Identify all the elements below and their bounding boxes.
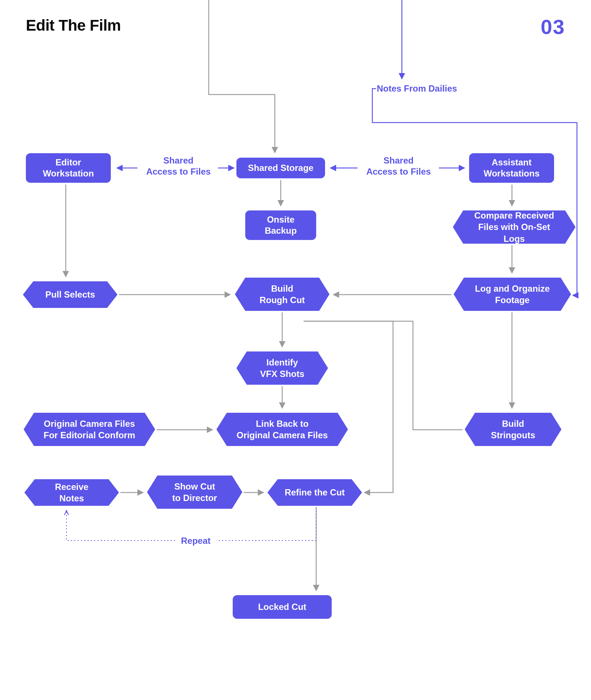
- node-receive-notes: Receive Notes: [24, 479, 119, 506]
- node-locked-cut: Locked Cut: [233, 595, 332, 619]
- node-original-camera-files: Original Camera FilesFor Editorial Confo…: [24, 413, 155, 446]
- label-notes-from-dailies: Notes From Dailies: [377, 83, 488, 94]
- page-title: Edit The Film: [26, 17, 121, 34]
- label-shared-access-right: SharedAccess to Files: [363, 155, 434, 177]
- node-link-back: Link Back toOriginal Camera Files: [216, 413, 348, 446]
- step-number: 03: [541, 15, 565, 39]
- node-onsite-backup: OnsiteBackup: [245, 210, 316, 240]
- node-compare-received: Compare ReceivedFiles with On-Set Logs: [453, 210, 575, 244]
- node-editor-workstation: EditorWorkstation: [26, 153, 111, 183]
- node-show-cut-to-director: Show Cutto Director: [147, 476, 242, 509]
- node-pull-selects: Pull Selects: [23, 281, 117, 308]
- node-shared-storage: Shared Storage: [236, 158, 325, 178]
- node-build-stringouts: BuildStringouts: [465, 413, 561, 446]
- node-assistant-workstations: AssistantWorkstations: [469, 153, 554, 183]
- label-shared-access-left: SharedAccess to Files: [143, 155, 213, 177]
- label-repeat: Repeat: [177, 535, 214, 546]
- node-refine-the-cut: Refine the Cut: [267, 479, 362, 506]
- node-build-rough-cut: BuildRough Cut: [235, 278, 329, 311]
- node-log-and-organize: Log and OrganizeFootage: [454, 278, 571, 311]
- node-identify-vfx: IdentifyVFX Shots: [236, 351, 328, 385]
